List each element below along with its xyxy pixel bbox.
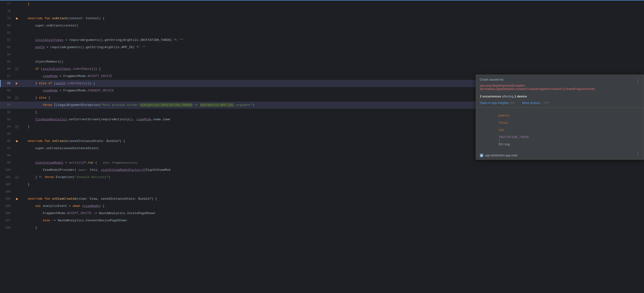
line-number: 103 (0, 190, 14, 193)
popup-file-row: ▣ app-distribution.app.main ⋮ (476, 152, 644, 159)
popup-code-line: public final val INVITATION_TOKEN : Stri… (480, 110, 640, 150)
code-colon: : (498, 139, 502, 143)
code-line-100: 100 ViewModelProvider( owner: this, sign… (0, 166, 644, 174)
line-gutter (14, 140, 19, 142)
link1-shortcut-icon: ⌥↩ (510, 101, 515, 104)
line-number: 87 (0, 75, 14, 78)
line-content: else -> NautmAnalytics.ConsentDevicePage… (19, 217, 644, 224)
line-number: 97 (0, 147, 14, 150)
popup-header-title: Crash caused by: (480, 78, 504, 81)
code-line-85: 85 injectMembers() (0, 58, 644, 66)
active-line-indicator (0, 80, 1, 87)
code-line-108: 108 } (0, 224, 644, 231)
main-container: 77 } 78 79 override fun onAttach(context… (0, 0, 644, 293)
line-number: 106 (0, 212, 14, 215)
line-gutter (14, 198, 19, 200)
crash-exception-class: java.lang.IllegalArgumentException (480, 84, 640, 87)
line-number: 98 (0, 154, 14, 157)
code-space (498, 125, 500, 128)
line-number: 96 (0, 140, 14, 143)
code-line-107: 107 else -> NautmAnalytics.ConsentDevice… (0, 217, 644, 224)
line-gutter: ▾ (14, 125, 19, 128)
open-in-app-insights-link[interactable]: Open in App Insights ⌥↩ (480, 101, 515, 105)
line-number: 81 (0, 31, 14, 35)
code-line-99: 99 signInViewModel = activity?.run { thi… (0, 159, 644, 166)
crash-popup-panel: Crash caused by: ⋮ java.lang.IllegalArgu… (476, 75, 644, 160)
line-number: 85 (0, 60, 14, 64)
line-number: 105 (0, 204, 14, 208)
line-content: signInViewModel = activity?.run { this: … (19, 159, 644, 166)
code-editor: 77 } 78 79 override fun onAttach(context… (0, 0, 644, 293)
code-line-86: 86 ▾ if (invitationToken.isNotEmpty()) { (0, 66, 644, 73)
crash-occurrences: 2 occurrences affecting 1 device (476, 93, 644, 100)
crash-stack-frame: dev.firebase.appdistribution.consent.Con… (480, 87, 640, 91)
code-line-77: 77 } (0, 1, 644, 8)
line-number: 91 (0, 103, 14, 107)
code-line-84: 84 (0, 51, 644, 58)
code-line-79: 79 override fun onAttach(context: Contex… (0, 15, 644, 22)
line-gutter (14, 18, 19, 20)
line-number: 104 (0, 197, 14, 201)
line-number: 93 (0, 118, 14, 121)
device-count: 1 device (514, 95, 527, 98)
line-content: FragmentMode.ACCEPT_INVITE -> NautmAnaly… (19, 210, 644, 217)
code-space (498, 117, 500, 121)
line-gutter: ▾ (14, 68, 19, 71)
popup-code-section: public final val INVITATION_TOKEN : Stri… (476, 108, 644, 152)
line-number: 89 (0, 89, 14, 92)
line-gutter: ▾ (14, 97, 19, 99)
popup-actions: Open in App Insights ⌥↩ More actions... … (476, 100, 644, 108)
line-number: 95 (0, 132, 14, 136)
line-number: 80 (0, 24, 14, 28)
line-number: 107 (0, 219, 14, 222)
line-number: 77 (0, 3, 14, 6)
line-number: 78 (0, 10, 14, 13)
code-line-103: 103 (0, 188, 644, 195)
line-number: 100 (0, 168, 14, 172)
open-insights-label: Open in App Insights (480, 101, 509, 105)
line-number: 88 (0, 82, 14, 85)
line-number: 86 (0, 67, 14, 71)
link2-shortcut-icon: ⌥↵ (544, 101, 549, 104)
code-token-name: INVITATION_TOKEN (498, 135, 529, 139)
code-line-106: 106 FragmentMode.ACCEPT_INVITE -> NautmA… (0, 210, 644, 217)
popup-header: Crash caused by: ⋮ (476, 75, 644, 84)
code-kw-val: val (498, 128, 504, 132)
line-content: super.onAttach(context) (19, 22, 644, 29)
affecting-label: affecting (501, 95, 514, 98)
file-name: app-distribution.app.main (485, 154, 518, 157)
more-actions-link[interactable]: More actions... ⌥↵ (522, 101, 549, 105)
line-number: 79 (0, 17, 14, 20)
more-actions-label: More actions... (522, 101, 542, 105)
line-content: if (invitationToken.isNotEmpty()) { (19, 66, 644, 73)
line-number: 101 (0, 176, 14, 179)
code-line-82: 82 invitationToken = requireArguments().… (0, 37, 644, 44)
code-kw-public: public (498, 114, 510, 117)
code-line-105: 105 val analyticEvent = when (viewMode) … (0, 203, 644, 210)
line-number: 99 (0, 161, 14, 165)
line-content: override fun onAttach(context: Context) … (19, 15, 644, 22)
line-number: 94 (0, 125, 14, 128)
popup-more-button-2[interactable]: ⋮ (634, 150, 642, 157)
code-line-83: 83 appId = requireArguments().getString(… (0, 44, 644, 51)
line-number: 84 (0, 53, 14, 56)
occurrences-count: 2 occurrences (480, 95, 501, 98)
line-content: override fun onViewCreated(view: View, s… (19, 195, 644, 203)
line-content: } (19, 1, 644, 8)
popup-more-button-1[interactable]: ⋮ (634, 77, 642, 84)
code-line-81: 81 (0, 29, 644, 37)
code-line-80: 80 super.onAttach(context) (0, 22, 644, 29)
line-number: 90 (0, 96, 14, 100)
code-line-101: 101 ▾ } ?: throw Exception("Invalid Acti… (0, 174, 644, 181)
line-number: 102 (0, 183, 14, 186)
line-content: val analyticEvent = when (viewMode) { (19, 203, 644, 210)
line-content: } (19, 224, 644, 231)
file-icon: ▣ (480, 154, 483, 157)
line-gutter (14, 82, 19, 85)
active-file-indicator (0, 0, 644, 1)
code-line-78: 78 (0, 8, 644, 15)
code-line-104: 104 override fun onViewCreated(view: Vie… (0, 195, 644, 203)
line-content: invitationToken = requireArguments().get… (19, 37, 644, 44)
line-number: 82 (0, 39, 14, 42)
line-number: 83 (0, 46, 14, 49)
